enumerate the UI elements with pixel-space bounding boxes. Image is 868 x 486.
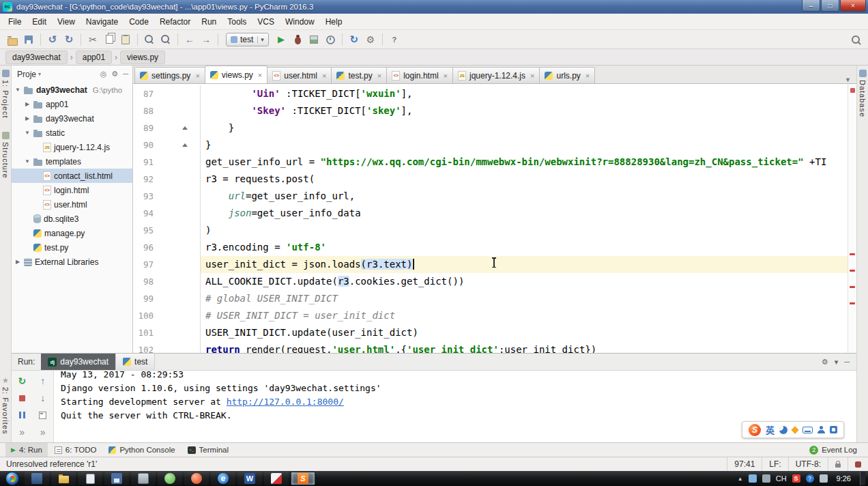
close-tab-icon[interactable]: × <box>195 72 199 80</box>
volume-icon[interactable] <box>820 474 828 483</box>
code-line-88[interactable]: 88 'Skey' :TICKET_DICT['skey'], <box>133 102 856 119</box>
coverage-icon[interactable] <box>306 32 322 47</box>
server-url-link[interactable]: http://127.0.0.1:8000/ <box>227 397 344 407</box>
tray-app-icon[interactable] <box>762 474 770 483</box>
ime-language-icon[interactable]: 英 <box>766 423 775 436</box>
tree-item-app01[interactable]: ▶app01 <box>12 97 132 111</box>
taskbar-button-ie[interactable]: e <box>211 472 235 485</box>
close-tab-icon[interactable]: × <box>444 72 448 80</box>
fold-marker-icon[interactable] <box>182 143 188 147</box>
tray-app-icon[interactable] <box>749 474 757 483</box>
editor-tab-urls-py[interactable]: urls.py× <box>539 67 595 83</box>
code-line-96[interactable]: 96r3.encoding = 'utf-8' <box>133 239 856 256</box>
inspection-status-icon[interactable] <box>850 88 855 93</box>
lock-icon[interactable] <box>828 457 848 471</box>
night-mode-icon[interactable] <box>779 426 787 434</box>
caret-position-widget[interactable]: 97:41 <box>727 457 762 471</box>
help-icon[interactable]: ? <box>386 32 403 47</box>
undo-icon[interactable]: ↺ <box>44 32 61 47</box>
editor-tab-login-html[interactable]: login.html× <box>386 67 453 83</box>
code-editor[interactable]: 87 'Uin' :TICKET_DICT['wxuin'],88 'Skey'… <box>133 84 856 353</box>
error-stripe-mark[interactable] <box>850 270 855 272</box>
editor-tab-settings-py[interactable]: settings.py× <box>134 67 205 83</box>
tree-item-user-html[interactable]: user.html <box>12 197 132 212</box>
close-tab-icon[interactable]: × <box>258 71 262 79</box>
taskbar-button-app-red[interactable] <box>184 472 209 485</box>
search-everywhere-icon[interactable] <box>850 34 861 45</box>
cut-icon[interactable]: ✂ <box>85 32 101 47</box>
hide-panel-icon[interactable]: ─ <box>123 70 128 78</box>
tree-item-jquery-1-12-4-js[interactable]: jquery-1.12.4.js <box>12 140 132 154</box>
taskbar-button-word[interactable]: W <box>237 472 262 485</box>
sogou-tray-icon[interactable] <box>792 474 800 483</box>
breadcrumb-item-day93wechat[interactable]: day93wechat <box>5 51 68 64</box>
tool-window-button-favorites[interactable]: ★2: Favorites <box>1 375 10 435</box>
paste-icon[interactable] <box>117 32 134 47</box>
close-tab-icon[interactable]: × <box>377 72 381 80</box>
error-stripe[interactable] <box>848 84 856 353</box>
project-view-dropdown[interactable]: Proje <box>17 70 36 79</box>
taskbar-button-floppy[interactable] <box>104 472 129 485</box>
copy-icon[interactable] <box>101 32 117 47</box>
chevron-down-icon[interactable]: ▾ <box>835 358 839 367</box>
event-log-button[interactable]: 2 Event Log <box>809 446 863 455</box>
code-line-100[interactable]: 100# USER_INIT_DICT = user_init_dict <box>133 307 856 324</box>
error-stripe-mark[interactable] <box>850 302 855 304</box>
clock[interactable]: 9:26 <box>837 474 851 483</box>
menu-item-tools[interactable]: Tools <box>222 15 252 29</box>
sogou-logo-icon[interactable]: S <box>749 424 761 436</box>
close-tab-icon[interactable]: × <box>322 72 326 80</box>
tree-collapse-icon[interactable]: ▼ <box>14 87 21 93</box>
update-icon[interactable]: ↻ <box>346 32 362 47</box>
menu-item-run[interactable]: Run <box>196 15 222 29</box>
run-icon[interactable]: ▶ <box>273 32 289 47</box>
menu-item-window[interactable]: Window <box>280 15 320 29</box>
menu-item-help[interactable]: Help <box>320 15 348 29</box>
menu-item-refactor[interactable]: Refactor <box>154 15 196 29</box>
tool-window-button-project[interactable]: 1: Project <box>1 68 10 119</box>
locate-file-icon[interactable]: ◎ <box>100 70 107 78</box>
tree-item-templates[interactable]: ▼templates <box>12 154 132 169</box>
taskbar-button-explorer[interactable] <box>51 472 76 485</box>
language-indicator[interactable]: CH <box>776 474 787 483</box>
pause-output-icon[interactable] <box>16 409 28 421</box>
code-line-99[interactable]: 99# global USER_INIT_DICT <box>133 290 856 307</box>
tray-expand-icon[interactable]: ▲ <box>738 476 743 482</box>
redo-icon[interactable]: ↻ <box>61 32 77 47</box>
tree-collapse-icon[interactable]: ▼ <box>24 158 31 165</box>
tree-item-external-libraries[interactable]: ▶External Libraries <box>12 255 132 269</box>
taskbar-button-computer[interactable] <box>25 472 49 485</box>
show-desktop-button[interactable] <box>860 472 865 485</box>
close-tab-icon[interactable]: × <box>530 72 534 80</box>
taskbar-button-notepad[interactable] <box>78 472 102 485</box>
up-stack-trace-icon[interactable]: ↑ <box>37 375 49 387</box>
tree-item-static[interactable]: ▼static <box>12 126 132 140</box>
error-stripe-mark[interactable] <box>850 253 855 255</box>
tree-item-contact-list-html[interactable]: contact_list.html <box>12 169 132 183</box>
run-settings-gear-icon[interactable]: ⚙ <box>822 358 828 367</box>
editor-tab-views-py[interactable]: views.py× <box>205 66 267 83</box>
stop-icon[interactable] <box>16 392 28 404</box>
tool-window-button-structure[interactable]: Structure <box>1 130 10 180</box>
more-actions-icon[interactable]: » <box>16 426 28 438</box>
run-console[interactable]: May 13, 2017 - 08:29:53Django version 1.… <box>54 371 856 442</box>
taskbar-button-window[interactable] <box>131 472 156 485</box>
tab-list-icon[interactable]: ▼ <box>845 76 851 83</box>
code-line-101[interactable]: 101USER_INIT_DICT.update(user_init_dict) <box>133 324 856 341</box>
more-actions-icon[interactable]: » <box>37 426 49 438</box>
line-ending-widget[interactable]: LF: <box>762 457 787 471</box>
find-icon[interactable] <box>141 32 158 47</box>
editor-tab-jquery-1-12-4-js[interactable]: jquery-1.12.4.js× <box>452 67 540 83</box>
tree-item-db-sqlite3[interactable]: db.sqlite3 <box>12 212 132 226</box>
code-line-97[interactable]: 97user_init_dict = json.loads(r3.text) <box>133 256 856 273</box>
settings-icon[interactable]: ⚙ <box>362 32 379 47</box>
tool-window-button-database[interactable]: Database <box>858 68 867 119</box>
tree-expand-icon[interactable]: ▶ <box>24 115 31 121</box>
tool-window-button-terminal[interactable]: Terminal <box>182 443 234 457</box>
save-icon[interactable] <box>20 32 37 47</box>
code-line-91[interactable]: 91get_user_info_url = "https://wx.qq.com… <box>133 154 856 171</box>
menu-item-navigate[interactable]: Navigate <box>81 15 124 29</box>
taskbar-button-browser-green[interactable] <box>158 472 182 485</box>
down-stack-trace-icon[interactable]: ↓ <box>37 392 49 404</box>
settings-gear-icon[interactable]: ⚙ <box>111 70 118 78</box>
